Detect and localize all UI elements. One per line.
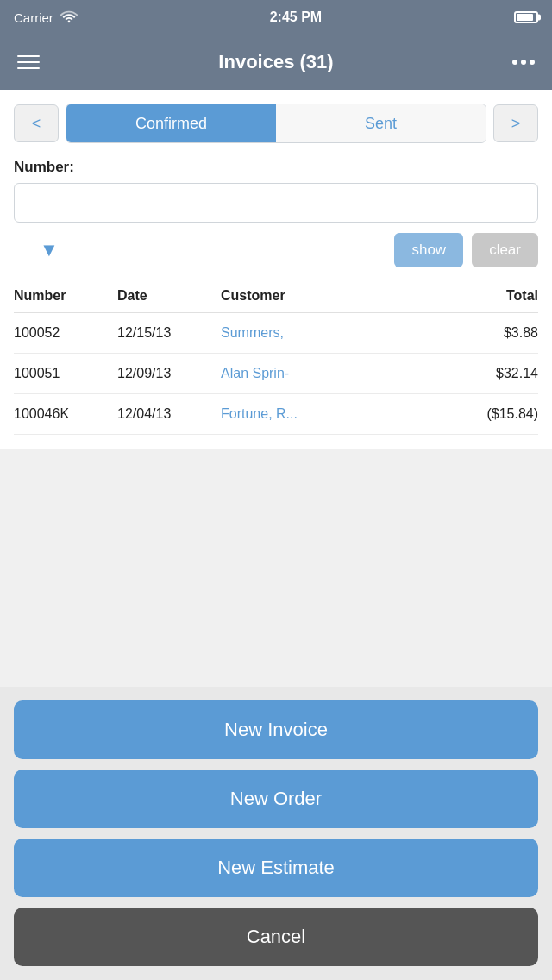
tab-prev-button[interactable]: < [14, 104, 59, 142]
new-order-button[interactable]: New Order [14, 770, 538, 828]
status-time: 2:45 PM [270, 9, 322, 25]
chevron-down-icon[interactable]: ▼ [40, 239, 59, 261]
cell-date: 12/15/13 [117, 325, 221, 341]
main-content: < Confirmed Sent > Number: ▼ show clear … [0, 90, 552, 449]
tab-confirmed[interactable]: Confirmed [66, 104, 276, 142]
page-title: Invoices (31) [218, 51, 333, 73]
tab-sent[interactable]: Sent [276, 104, 486, 142]
number-input[interactable] [14, 183, 538, 223]
status-bar: Carrier 2:45 PM [0, 0, 552, 35]
col-header-number: Number [14, 288, 117, 304]
cell-number: 100046K [14, 406, 117, 422]
cell-total: $32.14 [452, 366, 538, 381]
status-left: Carrier [14, 9, 78, 26]
action-overlay: New Invoice New Order New Estimate Cance… [0, 687, 552, 980]
col-header-total: Total [452, 288, 538, 304]
app-header: Invoices (31) [0, 35, 552, 90]
tab-next-button[interactable]: > [493, 104, 538, 142]
more-button[interactable] [512, 60, 535, 65]
status-right [514, 11, 538, 23]
filter-row: ▼ show clear [14, 233, 538, 267]
col-header-date: Date [117, 288, 221, 304]
cell-total: ($15.84) [452, 406, 538, 422]
cell-number: 100052 [14, 325, 117, 341]
table-row[interactable]: 100051 12/09/13 Alan Sprin- $32.14 [14, 354, 538, 394]
cancel-button[interactable]: Cancel [14, 908, 538, 966]
number-label: Number: [14, 159, 538, 176]
cell-customer[interactable]: Fortune, R... [221, 406, 452, 422]
cell-date: 12/09/13 [117, 366, 221, 381]
clear-button[interactable]: clear [472, 233, 538, 267]
tabs-container: Confirmed Sent [66, 104, 486, 143]
cell-total: $3.88 [452, 325, 538, 341]
battery-icon [514, 11, 538, 23]
new-estimate-button[interactable]: New Estimate [14, 839, 538, 897]
table-row[interactable]: 100052 12/15/13 Summers, $3.88 [14, 313, 538, 354]
wifi-icon [60, 9, 78, 26]
table-row[interactable]: 100046K 12/04/13 Fortune, R... ($15.84) [14, 394, 538, 435]
carrier-label: Carrier [14, 10, 53, 25]
new-invoice-button[interactable]: New Invoice [14, 700, 538, 759]
table-header: Number Date Customer Total [14, 280, 538, 313]
menu-button[interactable] [17, 55, 40, 69]
col-header-customer: Customer [221, 288, 452, 304]
cell-number: 100051 [14, 366, 117, 381]
table-body: 100052 12/15/13 Summers, $3.88 100051 12… [14, 313, 538, 435]
tab-row: < Confirmed Sent > [14, 104, 538, 143]
cell-customer[interactable]: Alan Sprin- [221, 366, 452, 381]
cell-customer[interactable]: Summers, [221, 325, 452, 341]
show-button[interactable]: show [394, 233, 463, 267]
cell-date: 12/04/13 [117, 406, 221, 422]
